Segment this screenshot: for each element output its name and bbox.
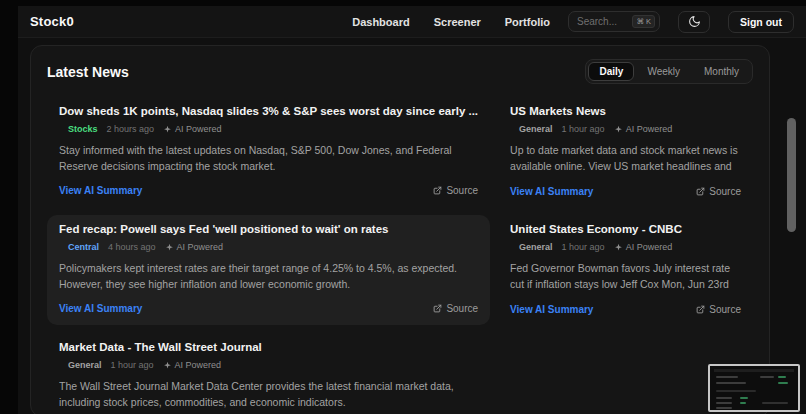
external-link-icon [433,186,442,195]
view-ai-summary-link[interactable]: View AI Summary [510,186,593,197]
sparkle-icon [163,361,172,370]
sparkle-icon [165,243,174,252]
app-logo[interactable]: Stock0 [30,14,74,29]
timestamp: 1 hour ago [562,124,605,134]
news-meta: General 1 hour ago AI Powered [59,360,478,370]
page-title: Latest News [47,64,129,80]
view-ai-summary-link[interactable]: View AI Summary [59,185,142,196]
news-description: Up to date market data and stock market … [510,143,741,176]
search-shortcut-kbd: ⌘ K [632,15,655,28]
news-meta: Stocks 2 hours ago AI Powered [59,124,478,134]
card-footer: View AI Summary Source [59,303,478,314]
header-right: Dashboard Screener Portfolio Search... ⌘… [352,11,794,33]
nav-item-portfolio[interactable]: Portfolio [505,16,550,28]
news-card[interactable]: Market Data - The Wall Street Journal Ge… [47,333,490,414]
card-footer: View AI Summary Source [510,304,741,315]
news-title: Market Data - The Wall Street Journal [59,341,478,353]
news-card[interactable]: Fed recap: Powell says Fed 'well positio… [47,215,490,325]
ai-powered-badge: AI Powered [163,124,222,134]
category-tag: General [519,124,553,134]
source-link[interactable]: Source [433,185,478,196]
news-card[interactable]: Dow sheds 1K points, Nasdaq slides 3% & … [47,97,490,207]
vertical-scrollbar-thumb[interactable] [787,118,796,232]
timestamp: 1 hour ago [111,360,154,370]
news-meta: Central 4 hours ago AI Powered [59,242,478,252]
category-tag: General [68,360,102,370]
source-link[interactable]: Source [433,303,478,314]
ai-powered-badge: AI Powered [614,124,673,134]
news-card[interactable]: US Markets News General 1 hour ago AI Po… [498,97,753,207]
external-link-icon [696,187,705,196]
filter-weekly[interactable]: Weekly [636,62,691,81]
sparkle-icon [614,243,623,252]
external-link-icon [696,305,705,314]
news-title: United States Economy - CNBC [510,223,741,235]
app-window: Stock0 Dashboard Screener Portfolio Sear… [18,6,806,414]
sparkle-icon [614,125,623,134]
view-ai-summary-link[interactable]: View AI Summary [59,303,142,314]
ai-powered-badge: AI Powered [165,242,224,252]
search-placeholder: Search... [577,16,627,27]
category-tag: Stocks [68,124,98,134]
top-nav-bar: Stock0 Dashboard Screener Portfolio Sear… [18,6,806,38]
news-grid: Dow sheds 1K points, Nasdaq slides 3% & … [47,97,753,414]
timestamp: 1 hour ago [562,242,605,252]
ai-powered-badge: AI Powered [163,360,222,370]
card-footer: View AI Summary Source [510,186,741,197]
timestamp: 4 hours ago [108,242,156,252]
filter-monthly[interactable]: Monthly [693,62,750,81]
category-tag: Central [68,242,99,252]
sign-out-button[interactable]: Sign out [728,11,794,33]
news-meta: General 1 hour ago AI Powered [510,242,741,252]
period-filter: Daily Weekly Monthly [585,59,753,84]
news-description: Stay informed with the latest updates on… [59,143,478,175]
timestamp: 2 hours ago [107,124,155,134]
news-title: Fed recap: Powell says Fed 'well positio… [59,223,478,235]
panel-header: Latest News Daily Weekly Monthly [47,59,753,84]
latest-news-panel: Latest News Daily Weekly Monthly Dow she… [30,45,770,414]
screen-preview-thumbnail [708,364,800,412]
card-footer: View AI Summary Source [59,185,478,196]
moon-icon [688,15,701,28]
filter-daily[interactable]: Daily [588,62,634,81]
external-link-icon [433,304,442,313]
news-title: Dow sheds 1K points, Nasdaq slides 3% & … [59,105,478,117]
theme-toggle-button[interactable] [678,11,710,33]
news-description: Policymakers kept interest rates are the… [59,261,478,293]
news-description: The Wall Street Journal Market Data Cent… [59,379,478,411]
news-card[interactable]: United States Economy - CNBC General 1 h… [498,215,753,325]
source-link[interactable]: Source [696,304,741,315]
search-input[interactable]: Search... ⌘ K [568,11,660,32]
news-title: US Markets News [510,105,741,117]
nav-item-screener[interactable]: Screener [434,16,481,28]
news-meta: General 1 hour ago AI Powered [510,124,741,134]
sparkle-icon [163,125,172,134]
nav-item-dashboard[interactable]: Dashboard [352,16,409,28]
preview-header-bar [714,369,794,372]
category-tag: General [519,242,553,252]
news-description: Fed Governor Bowman favors July interest… [510,261,741,294]
main-nav: Dashboard Screener Portfolio [352,16,550,28]
ai-powered-badge: AI Powered [614,242,673,252]
source-link[interactable]: Source [696,186,741,197]
view-ai-summary-link[interactable]: View AI Summary [510,304,593,315]
